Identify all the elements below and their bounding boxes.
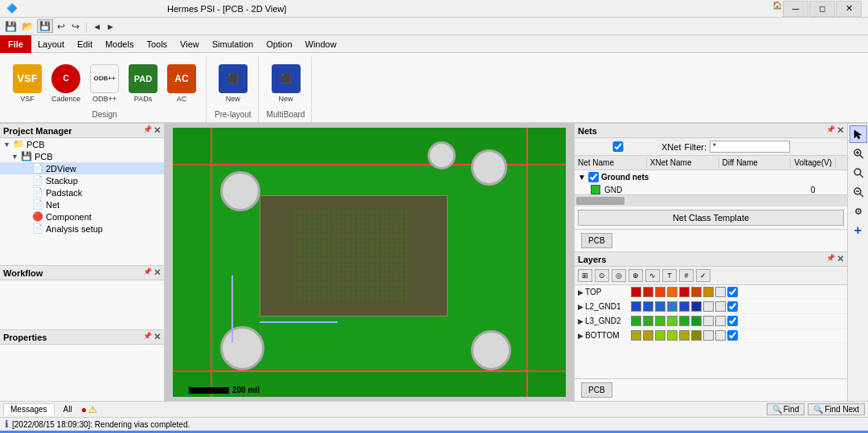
bot-c2 xyxy=(643,330,653,341)
l2-c1 xyxy=(631,301,641,312)
zoom-area-btn[interactable] xyxy=(850,164,867,182)
tree-item-component[interactable]: 🔴 Component xyxy=(0,210,164,223)
tree-item-padstack[interactable]: 📄 Padstack xyxy=(0,186,164,198)
menu-layout[interactable]: Layout xyxy=(31,35,71,53)
ac-button[interactable]: AC AC xyxy=(164,63,199,104)
zoom-out-btn[interactable] xyxy=(850,183,867,201)
tree-item-stackup[interactable]: 📄 Stackup xyxy=(0,174,164,186)
l3-arrow[interactable]: ▶ xyxy=(578,317,583,325)
win-restore[interactable]: ◻ xyxy=(809,1,835,17)
close-workflow-btn[interactable]: ✕ xyxy=(154,268,161,278)
close-nets-btn[interactable]: ✕ xyxy=(837,125,844,136)
scale-bar: 200 mil xyxy=(189,386,260,394)
menu-view[interactable]: View xyxy=(174,35,206,53)
top-visible[interactable] xyxy=(727,287,738,297)
layer-icon-check[interactable]: ✓ xyxy=(696,269,710,282)
win-minimize[interactable]: ─ xyxy=(783,1,809,17)
dock-pin-nets[interactable]: 📌 xyxy=(826,125,835,136)
save-btn[interactable]: 💾 xyxy=(3,20,18,33)
pan-btn[interactable] xyxy=(850,202,867,220)
layer-icon-connect[interactable]: ∿ xyxy=(645,269,660,282)
message-row-1: ℹ [2022/08/15 18:09:30]: Rendering vias … xyxy=(0,418,868,431)
pcb-canvas-area[interactable]: 200 mil xyxy=(165,124,574,401)
bot-c4 xyxy=(667,330,678,341)
win-close[interactable]: ✕ xyxy=(836,1,862,17)
filter-input[interactable] xyxy=(710,141,790,153)
menu-models[interactable]: Models xyxy=(99,35,140,53)
top-c6 xyxy=(691,287,702,297)
save2-btn[interactable]: 💾 xyxy=(37,19,53,33)
odb-button[interactable]: ODB++ ODB++ xyxy=(87,63,122,104)
menu-simulation[interactable]: Simulation xyxy=(206,35,260,53)
error-icon[interactable]: ● xyxy=(81,404,87,415)
messages-tab[interactable]: Messages xyxy=(3,403,55,415)
top-arrow[interactable]: ▶ xyxy=(578,288,583,296)
back-btn[interactable]: ◄ xyxy=(91,21,103,32)
all-tab[interactable]: All xyxy=(56,403,80,415)
tree-item-pcb[interactable]: ▼ 💾 PCB xyxy=(0,150,164,162)
new1-button[interactable]: ⬛ New xyxy=(215,63,251,104)
top-traces xyxy=(173,128,566,165)
find-next-button[interactable]: 🔍 Find Next xyxy=(808,403,865,415)
dock-pin-layers[interactable]: 📌 xyxy=(826,254,835,264)
layer-l3gnd2: ▶ L3_GND2 xyxy=(575,314,847,329)
tree-item-analysis[interactable]: 📄 Analysis setup xyxy=(0,223,164,235)
properties-content xyxy=(0,345,164,401)
top-c8 xyxy=(715,287,726,297)
cadence-button[interactable]: C Cadence xyxy=(48,63,84,104)
pcb-board xyxy=(173,128,566,397)
nets-pcb-tab[interactable]: PCB xyxy=(581,233,612,248)
find-button[interactable]: 🔍 Find xyxy=(767,403,805,415)
ground-group-checkbox[interactable] xyxy=(588,172,599,182)
layer-icon-dim[interactable]: # xyxy=(679,269,694,282)
layers-pcb-tab[interactable]: PCB xyxy=(581,382,612,398)
bot-c7 xyxy=(703,330,714,341)
net-class-template-btn[interactable]: Net Class Template xyxy=(578,210,844,226)
close-panel-btn[interactable]: ✕ xyxy=(154,125,161,136)
redo-btn[interactable]: ↪ xyxy=(69,20,82,33)
vsf-button[interactable]: VSF VSF xyxy=(10,63,45,104)
ground-nets-group[interactable]: ▼ Ground nets xyxy=(575,170,847,184)
help-icon[interactable]: 🏠 xyxy=(772,1,782,17)
gnd-net-item[interactable]: GND 0 xyxy=(575,184,847,194)
zoom-in-btn[interactable] xyxy=(850,145,867,162)
menu-tools[interactable]: Tools xyxy=(140,35,174,53)
bot-visible[interactable] xyxy=(727,330,738,341)
cursor-tool-btn[interactable] xyxy=(850,125,867,143)
dock-pin-properties[interactable]: 📌 xyxy=(143,332,152,342)
bot-arrow[interactable]: ▶ xyxy=(578,332,583,340)
l3-c7 xyxy=(703,316,714,326)
menu-edit[interactable]: Edit xyxy=(71,35,99,53)
layer-icon-text[interactable]: T xyxy=(662,269,677,282)
tree-item-net[interactable]: 📄 Net xyxy=(0,198,164,210)
add-btn[interactable]: + xyxy=(850,222,867,239)
layer-icon-via[interactable]: ⊙ xyxy=(595,269,609,282)
warning-icon[interactable]: ⚠ xyxy=(88,404,97,415)
l2-visible[interactable] xyxy=(727,301,738,312)
top-c1 xyxy=(631,287,641,297)
close-properties-btn[interactable]: ✕ xyxy=(154,332,161,342)
menu-file[interactable]: File xyxy=(0,35,31,53)
dock-pin-icon[interactable]: 📌 xyxy=(143,125,152,136)
l3-c5 xyxy=(679,316,690,326)
l3-visible[interactable] xyxy=(727,316,738,326)
close-layers-btn[interactable]: ✕ xyxy=(837,254,844,264)
menu-option[interactable]: Option xyxy=(260,35,298,53)
pad-button[interactable]: PAD PADs xyxy=(125,63,161,104)
new2-button[interactable]: ⬛ New xyxy=(268,63,304,104)
layer-icon-drill[interactable]: ◎ xyxy=(612,269,626,282)
tree-item-root-pcb[interactable]: ▼ 📁 PCB xyxy=(0,138,164,150)
undo-btn[interactable]: ↩ xyxy=(55,20,68,33)
dock-pin-workflow[interactable]: 📌 xyxy=(143,268,152,278)
bot-c1 xyxy=(631,330,641,341)
layer-icon-grid[interactable]: ⊞ xyxy=(578,269,592,282)
open-btn[interactable]: 📂 xyxy=(20,20,35,33)
menu-window[interactable]: Window xyxy=(299,35,343,53)
nets-hscroll[interactable] xyxy=(575,195,847,206)
layer-icon-align[interactable]: ⊕ xyxy=(628,269,643,282)
nets-panel: Nets 📌 ✕ XNet Filter: Net Name XNet Name… xyxy=(575,124,847,252)
fwd-btn[interactable]: ► xyxy=(104,21,117,32)
xnet-checkbox[interactable] xyxy=(578,141,658,152)
tree-item-2dview[interactable]: 📄 2DView xyxy=(0,162,164,174)
l2-arrow[interactable]: ▶ xyxy=(578,303,583,311)
